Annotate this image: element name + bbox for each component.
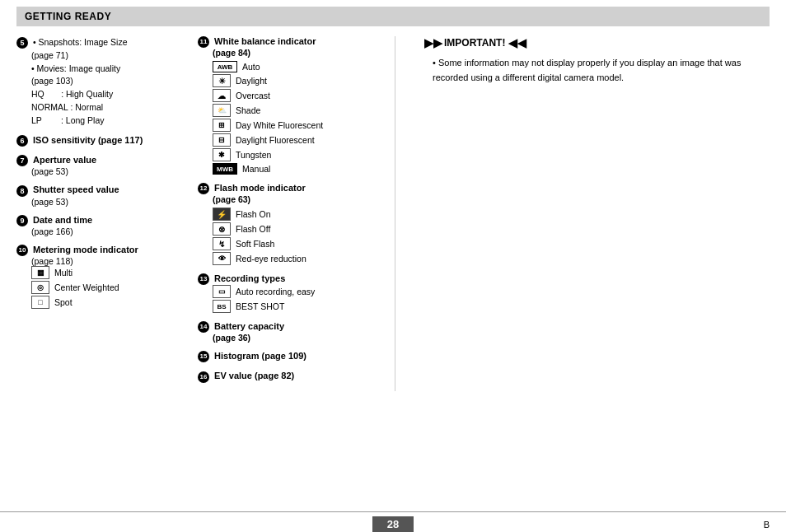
item6-title: ISO sensitivity (page 117) bbox=[33, 135, 143, 145]
section11-subtitle: (page 84) bbox=[198, 48, 386, 58]
item5-p103: (page 103) bbox=[31, 75, 189, 88]
wb-auto-icon: AWB bbox=[213, 61, 237, 72]
important-header: ▶▶ IMPORTANT! ◀◀ bbox=[424, 36, 770, 49]
item10-title: Metering mode indicator bbox=[33, 245, 138, 254]
col-left: 5 • Snapshots: Image Size (page 71) • Mo… bbox=[16, 36, 198, 391]
page-wrapper: GETTING READY 5 • Snapshots: Image Size … bbox=[0, 7, 786, 532]
metering-spot-label: Spot bbox=[54, 297, 73, 307]
content-area: 5 • Snapshots: Image Size (page 71) • Mo… bbox=[16, 36, 770, 391]
item5-p71: (page 71) bbox=[31, 49, 189, 63]
section-14: 14 Battery capacity (page 36) bbox=[198, 321, 386, 343]
metering-multi-label: Multi bbox=[54, 268, 73, 278]
section-13: 13 Recording types ▭ Auto recording, eas… bbox=[198, 273, 386, 313]
redeye-row: 👁 Red-eye reduction bbox=[198, 252, 386, 265]
wb-dwf-label: Day White Fluorescent bbox=[236, 120, 323, 130]
page-letter: B bbox=[764, 520, 770, 530]
item9-title: Date and time bbox=[33, 215, 92, 225]
section-item-9: 9 Date and time (page 166) bbox=[16, 215, 189, 236]
item5-lp: LP : Long Play bbox=[31, 114, 189, 128]
metering-spot-row: □ Spot bbox=[16, 296, 189, 309]
item5-indent: (page 71) • Movies: Image quality (page … bbox=[16, 49, 189, 128]
wb-df-icon: ⊟ bbox=[213, 133, 231, 147]
important-body: • Some information may not display prope… bbox=[424, 56, 770, 85]
metering-center-row: ◎ Center Weighted bbox=[16, 281, 189, 294]
wb-shade-label: Shade bbox=[236, 105, 260, 115]
item9-subtitle: (page 166) bbox=[16, 226, 189, 236]
num-10: 10 bbox=[16, 245, 28, 256]
section12-subtitle: (page 63) bbox=[198, 194, 386, 204]
wb-tungsten-label: Tungsten bbox=[236, 150, 271, 160]
wb-manual-label: Manual bbox=[242, 164, 270, 174]
section-item-8: 8 Shutter speed value (page 53) bbox=[16, 184, 189, 206]
arrow-left-icon: ▶▶ bbox=[424, 36, 442, 49]
flash-off-label: Flash Off bbox=[236, 224, 270, 234]
flash-off-icon: ⊗ bbox=[213, 222, 231, 236]
important-label: IMPORTANT! bbox=[444, 37, 505, 49]
wb-shade-icon: ⛅ bbox=[213, 104, 231, 117]
page-number: 28 bbox=[372, 516, 414, 532]
section15-title: Histogram (page 109) bbox=[214, 351, 306, 361]
rec-auto-row: ▭ Auto recording, easy bbox=[198, 285, 386, 298]
section-11: 11 White balance indicator (page 84) AWB… bbox=[198, 36, 386, 175]
section-item-7: 7 Aperture value (page 53) bbox=[16, 155, 189, 176]
item7-title: Aperture value bbox=[33, 155, 96, 165]
wb-dwf-row: ⊞ Day White Fluorescent bbox=[198, 119, 386, 132]
rec-bs-label: BEST SHOT bbox=[236, 301, 284, 311]
num-9: 9 bbox=[16, 215, 28, 226]
wb-shade-row: ⛅ Shade bbox=[198, 104, 386, 117]
wb-dwf-icon: ⊞ bbox=[213, 119, 231, 132]
rec-bs-icon: BS bbox=[213, 300, 231, 313]
item8-title: Shutter speed value bbox=[33, 184, 119, 194]
metering-center-icon: ◎ bbox=[31, 281, 49, 294]
section-item-10: 10 Metering mode indicator (page 118) ▦ … bbox=[16, 245, 189, 309]
num-14: 14 bbox=[198, 321, 209, 333]
rec-bs-row: BS BEST SHOT bbox=[198, 300, 386, 313]
rec-auto-icon: ▭ bbox=[213, 285, 231, 298]
item5-normal: NORMAL : Normal bbox=[31, 101, 189, 114]
section-item-5: 5 • Snapshots: Image Size (page 71) • Mo… bbox=[16, 36, 189, 127]
section-16: 16 EV value (page 82) bbox=[198, 371, 386, 382]
flash-on-row: ⚡ Flash On bbox=[198, 208, 386, 221]
section11-title: White balance indicator bbox=[214, 36, 316, 46]
num-13: 13 bbox=[198, 273, 209, 285]
section12-header: 12 Flash mode indicator bbox=[198, 183, 386, 194]
section16-title: EV value (page 82) bbox=[214, 371, 294, 380]
arrow-right-icon: ◀◀ bbox=[508, 36, 526, 49]
section13-title: Recording types bbox=[214, 273, 285, 283]
item5-movies: • Movies: Image quality bbox=[31, 63, 189, 76]
page-footer: 28 B bbox=[0, 511, 786, 532]
col-right: ▶▶ IMPORTANT! ◀◀ • Some information may … bbox=[408, 36, 770, 391]
section11-header: 11 White balance indicator bbox=[198, 36, 386, 48]
wb-auto-row: AWB Auto bbox=[198, 61, 386, 72]
section-item-6: 6 ISO sensitivity (page 117) bbox=[16, 135, 189, 147]
section13-header: 13 Recording types bbox=[198, 273, 386, 285]
wb-tungsten-row: ✱ Tungsten bbox=[198, 148, 386, 161]
num-12: 12 bbox=[198, 183, 209, 194]
num-16: 16 bbox=[198, 371, 209, 383]
wb-tungsten-icon: ✱ bbox=[213, 148, 231, 161]
metering-spot-icon: □ bbox=[31, 296, 49, 309]
header-title: GETTING READY bbox=[25, 11, 111, 22]
num-6: 6 bbox=[16, 135, 28, 147]
wb-overcast-row: ☁ Overcast bbox=[198, 89, 386, 102]
col-mid: 11 White balance indicator (page 84) AWB… bbox=[198, 36, 395, 391]
wb-daylight-icon: ☀ bbox=[213, 74, 231, 87]
section14-subtitle: (page 36) bbox=[198, 333, 386, 343]
soft-flash-label: Soft Flash bbox=[236, 239, 274, 249]
wb-manual-row: MWB Manual bbox=[198, 163, 386, 175]
item8-subtitle: (page 53) bbox=[16, 197, 189, 207]
metering-multi-icon: ▦ bbox=[31, 266, 49, 279]
wb-manual-icon: MWB bbox=[213, 163, 237, 175]
wb-daylight-label: Daylight bbox=[236, 76, 267, 86]
flash-off-row: ⊗ Flash Off bbox=[198, 222, 386, 236]
flash-on-label: Flash On bbox=[236, 209, 271, 219]
soft-flash-row: ↯ Soft Flash bbox=[198, 237, 386, 250]
num-15: 15 bbox=[198, 351, 209, 362]
metering-multi-row: ▦ Multi bbox=[16, 266, 189, 279]
num-11: 11 bbox=[198, 36, 209, 48]
important-bullet: Some information may not display properl… bbox=[433, 58, 741, 82]
item5-line1: 5 • Snapshots: Image Size bbox=[16, 36, 189, 49]
soft-flash-icon: ↯ bbox=[213, 237, 231, 250]
section12-title: Flash mode indicator bbox=[214, 183, 306, 193]
wb-df-row: ⊟ Daylight Fluorescent bbox=[198, 133, 386, 147]
